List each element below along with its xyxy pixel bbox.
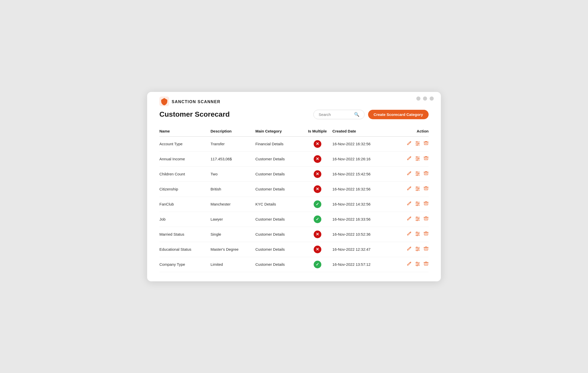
- cell-description: Lawyer: [210, 212, 255, 227]
- svg-point-23: [416, 187, 417, 188]
- delete-button[interactable]: [424, 261, 429, 268]
- edit-button[interactable]: [407, 156, 412, 162]
- svg-point-4: [418, 143, 419, 144]
- edit-button[interactable]: [407, 216, 412, 222]
- settings-button[interactable]: [415, 246, 420, 252]
- action-icons: [393, 261, 429, 268]
- edit-button[interactable]: [407, 171, 412, 177]
- cell-created-date: 16-Nov-2022 16:32:56: [332, 136, 393, 151]
- logo-text: SANCTION SCANNER: [172, 100, 220, 104]
- cell-created-date: 16-Nov-2022 16:33:56: [332, 212, 393, 227]
- delete-button[interactable]: [424, 231, 429, 237]
- cell-is-multiple: ✓: [302, 212, 332, 227]
- settings-button[interactable]: [415, 201, 420, 207]
- svg-rect-49: [424, 232, 428, 235]
- cell-is-multiple: ✓: [302, 257, 332, 272]
- edit-button[interactable]: [407, 261, 412, 268]
- bool-icon: ✓: [314, 215, 321, 223]
- cell-description: Two: [210, 166, 255, 182]
- cell-name: Educational Status: [159, 242, 210, 257]
- table-row: Children CountTwoCustomer Details✕16-Nov…: [159, 166, 429, 182]
- edit-button[interactable]: [407, 246, 412, 252]
- delete-button[interactable]: [424, 216, 429, 222]
- cell-name: Married Status: [159, 227, 210, 242]
- svg-point-30: [416, 202, 417, 203]
- cell-main-category: Customer Details: [255, 182, 302, 197]
- cell-action: [393, 242, 429, 257]
- titlebar-dot-2: [423, 97, 427, 101]
- svg-rect-21: [424, 172, 428, 175]
- titlebar: [409, 92, 441, 103]
- svg-point-11: [418, 158, 419, 159]
- svg-point-27: [417, 190, 418, 191]
- cell-name: Annual Income: [159, 151, 210, 166]
- settings-button[interactable]: [415, 231, 420, 237]
- svg-point-60: [418, 263, 419, 264]
- delete-button[interactable]: [424, 141, 429, 147]
- svg-rect-56: [424, 247, 428, 250]
- cell-description: Master's Degree: [210, 242, 255, 257]
- cell-is-multiple: ✕: [302, 166, 332, 182]
- cell-main-category: Customer Details: [255, 227, 302, 242]
- svg-point-46: [418, 233, 419, 234]
- scorecard-table: Name Description Main Cetegory Is Multip…: [159, 126, 429, 272]
- search-icon: 🔍: [354, 112, 359, 117]
- bool-icon: ✓: [314, 200, 321, 208]
- settings-button[interactable]: [415, 141, 420, 147]
- cell-created-date: 16-Nov-2022 15:42:56: [332, 166, 393, 182]
- action-icons: [393, 216, 429, 222]
- settings-button[interactable]: [415, 216, 420, 222]
- cell-is-multiple: ✕: [302, 136, 332, 151]
- table-row: Educational StatusMaster's DegreeCustome…: [159, 242, 429, 257]
- cell-main-category: Customer Details: [255, 151, 302, 166]
- titlebar-dot-1: [416, 97, 420, 101]
- table-row: FanClubManchesterKYC Details✓16-Nov-2022…: [159, 197, 429, 212]
- cell-description: Single: [210, 227, 255, 242]
- action-icons: [393, 171, 429, 177]
- cell-action: [393, 166, 429, 182]
- table-row: Married StatusSingleCustomer Details✕16-…: [159, 227, 429, 242]
- svg-point-53: [418, 248, 419, 249]
- main-content: Customer Scorecard 🔍 Create Scorecard Ca…: [147, 107, 441, 281]
- cell-created-date: 16-Nov-2022 13:57:12: [332, 257, 393, 272]
- col-header-name: Name: [159, 126, 210, 137]
- settings-button[interactable]: [415, 156, 420, 162]
- edit-button[interactable]: [407, 141, 412, 147]
- svg-rect-28: [424, 187, 428, 190]
- cell-created-date: 16-Nov-2022 10:52:36: [332, 227, 393, 242]
- create-scorecard-button[interactable]: Create Scorecard Category: [368, 110, 429, 119]
- svg-rect-35: [424, 202, 428, 205]
- bool-icon: ✕: [314, 185, 321, 193]
- edit-button[interactable]: [407, 186, 412, 192]
- bool-icon: ✓: [314, 261, 321, 268]
- svg-point-16: [416, 172, 417, 173]
- cell-main-category: Customer Details: [255, 242, 302, 257]
- edit-button[interactable]: [407, 231, 412, 237]
- cell-description: British: [210, 182, 255, 197]
- svg-point-2: [416, 141, 417, 142]
- svg-point-62: [417, 265, 418, 266]
- bool-icon: ✕: [314, 155, 321, 163]
- cell-action: [393, 212, 429, 227]
- settings-button[interactable]: [415, 186, 420, 192]
- delete-button[interactable]: [424, 171, 429, 177]
- edit-button[interactable]: [407, 201, 412, 207]
- delete-button[interactable]: [424, 186, 429, 192]
- cell-action: [393, 182, 429, 197]
- titlebar-dot-3: [430, 97, 434, 101]
- cell-is-multiple: ✕: [302, 151, 332, 166]
- bool-icon: ✕: [314, 170, 321, 178]
- action-icons: [393, 186, 429, 192]
- action-icons: [393, 201, 429, 207]
- action-icons: [393, 141, 429, 147]
- delete-button[interactable]: [424, 246, 429, 252]
- search-input[interactable]: [319, 112, 352, 117]
- settings-button[interactable]: [415, 171, 420, 177]
- settings-button[interactable]: [415, 261, 420, 268]
- svg-rect-7: [424, 142, 428, 145]
- cell-action: [393, 151, 429, 166]
- delete-button[interactable]: [424, 201, 429, 207]
- logo-area: SANCTION SCANNER: [147, 92, 441, 107]
- delete-button[interactable]: [424, 156, 429, 162]
- search-box[interactable]: 🔍: [313, 110, 364, 119]
